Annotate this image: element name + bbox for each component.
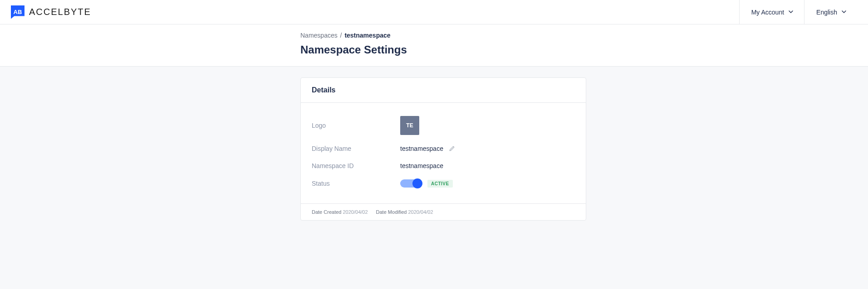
details-card: Details Logo TE Display Name testnamespa…	[300, 77, 586, 221]
date-modified-label: Date Modified	[376, 209, 407, 215]
namespace-id-label: Namespace ID	[312, 162, 400, 169]
field-display-name: Display Name testnamespace	[312, 140, 575, 157]
display-name-label: Display Name	[312, 145, 400, 152]
namespace-id-value: testnamespace	[400, 162, 443, 169]
brand-name: ACCELBYTE	[29, 7, 91, 17]
brand-logo[interactable]: AB ACCELBYTE	[11, 5, 91, 19]
date-modified: Date Modified 2020/04/02	[376, 209, 433, 215]
toggle-knob	[412, 178, 422, 188]
breadcrumb: Namespaces / testnamespace	[300, 32, 586, 39]
page-title: Namespace Settings	[300, 43, 586, 56]
pencil-icon[interactable]	[449, 145, 455, 152]
date-modified-value: 2020/04/02	[408, 209, 433, 215]
breadcrumb-current: testnamespace	[344, 32, 390, 39]
header-right: My Account English	[739, 0, 857, 24]
language-menu[interactable]: English	[804, 0, 857, 24]
logo-mark-icon: AB	[11, 5, 25, 19]
chevron-down-icon	[789, 10, 792, 14]
chevron-down-icon	[842, 10, 845, 14]
my-account-label: My Account	[751, 9, 784, 16]
content-area: Details Logo TE Display Name testnamespa…	[0, 67, 868, 231]
breadcrumb-parent-link[interactable]: Namespaces	[300, 32, 338, 39]
status-label: Status	[312, 180, 400, 187]
field-namespace-id: Namespace ID testnamespace	[312, 157, 575, 174]
display-name-value-wrap: testnamespace	[400, 145, 455, 152]
field-status: Status ACTIVE	[312, 174, 575, 193]
logo-tile[interactable]: TE	[400, 116, 419, 135]
language-label: English	[816, 9, 837, 16]
card-body: Logo TE Display Name testnamespace Names…	[301, 103, 586, 203]
breadcrumb-separator: /	[340, 32, 342, 39]
status-badge: ACTIVE	[427, 180, 453, 188]
logo-mark-text: AB	[14, 9, 22, 15]
card-title: Details	[301, 78, 586, 103]
status-toggle[interactable]	[400, 179, 422, 188]
date-created-value: 2020/04/02	[343, 209, 368, 215]
page-top: Namespaces / testnamespace Namespace Set…	[0, 24, 868, 67]
date-created-label: Date Created	[312, 209, 341, 215]
display-name-value: testnamespace	[400, 145, 443, 152]
field-logo: Logo TE	[312, 111, 575, 140]
my-account-menu[interactable]: My Account	[739, 0, 804, 24]
card-footer: Date Created 2020/04/02 Date Modified 20…	[301, 203, 586, 220]
logo-label: Logo	[312, 122, 400, 129]
logo-value: TE	[400, 116, 419, 135]
status-value-wrap: ACTIVE	[400, 179, 453, 188]
date-created: Date Created 2020/04/02	[312, 209, 368, 215]
top-header: AB ACCELBYTE My Account English	[0, 0, 868, 24]
